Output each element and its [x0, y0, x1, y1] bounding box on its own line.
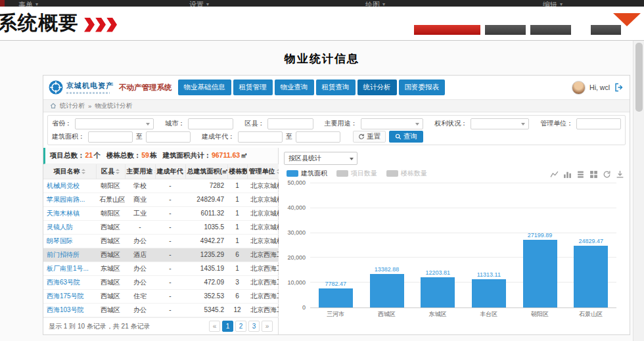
nav-tab[interactable]: 物业基础信息	[178, 80, 231, 95]
filter-row-1: 省份： 城市： 区县： 主要用途： 权利状况： 管理单位：	[52, 117, 621, 130]
table-row[interactable]: 机械局党校朝阳区学校-72821北京京城机	[43, 179, 279, 193]
query-button[interactable]: 查询	[389, 131, 423, 143]
legend-label: 建筑面积	[301, 169, 327, 178]
table-row[interactable]: 板厂南里1号...东城区办公-1435.191北京西海工	[43, 261, 279, 275]
project-link[interactable]: 机械局党校	[47, 182, 80, 189]
table-row[interactable]: 西海63号院西城区办公-472.093北京西海工	[43, 275, 279, 289]
city-input[interactable]	[188, 118, 233, 129]
reset-button[interactable]: 重置	[353, 131, 386, 143]
y-axis: 010,00020,00030,00040,00050,000	[284, 183, 310, 308]
project-link[interactable]: 西海103号院	[47, 306, 84, 313]
table-row[interactable]: 西海175号院西城区住宅-352.536北京西海工	[43, 289, 279, 303]
bar[interactable]	[370, 274, 404, 307]
toolbar-corner-accent	[0, 0, 5, 7]
project-link[interactable]: 天海木林镇	[47, 210, 80, 217]
table-row[interactable]: 天海木林镇朝阳区工业-6011.321北京京城机	[43, 206, 279, 220]
column-header[interactable]: 楼栋数	[227, 164, 247, 179]
download-icon[interactable]	[616, 170, 624, 178]
group-by-select[interactable]: 按区县统计	[284, 152, 357, 165]
logout-icon[interactable]	[614, 82, 624, 93]
page-scrollbar[interactable]	[633, 41, 644, 341]
column-label: 主要用途	[127, 168, 153, 175]
y-tick-label: 50,000	[287, 179, 306, 186]
column-header[interactable]: 区县	[96, 164, 125, 179]
column-header[interactable]: 项目名称	[43, 164, 96, 179]
line-chart-icon[interactable]	[550, 170, 559, 178]
area-label: 建筑面积：	[52, 132, 85, 141]
user-area: Hi, wcl	[572, 81, 624, 95]
pager-page[interactable]: 3	[248, 321, 260, 332]
toolbar-menu[interactable]: 设置▾	[189, 0, 209, 7]
home-icon[interactable]	[50, 102, 57, 109]
bar[interactable]	[523, 240, 557, 307]
area-min-input[interactable]	[88, 131, 133, 143]
avatar[interactable]	[572, 81, 586, 95]
project-link[interactable]: 朗琴国际	[47, 237, 73, 244]
summary-bar: 项目总数：21个 楼栋总数：59栋 建筑面积共计：96711.63㎡	[43, 148, 278, 164]
table-wrap: 项目名称区县主要用途建成年代总建筑面积(㎡)楼栋数管理单位 机械局党校朝阳区学校…	[43, 164, 278, 317]
table-row[interactable]: 灵镜人防西城区--1035.51北京京城机	[43, 220, 279, 234]
stack-icon[interactable]	[576, 170, 585, 178]
bar-chart: 010,00020,00030,00040,00050,000 7782.471…	[284, 183, 624, 308]
project-link[interactable]: 前门招待所	[47, 251, 80, 258]
province-select[interactable]	[75, 118, 154, 129]
pager-page[interactable]: 2	[235, 321, 246, 332]
column-header[interactable]: 管理单位	[247, 164, 279, 179]
column-label: 总建筑面积(㎡)	[187, 168, 228, 175]
column-header[interactable]: 建成年代	[155, 164, 185, 179]
legend-item[interactable]: 项目数量	[336, 169, 377, 178]
district-label: 区县：	[244, 119, 264, 128]
legend-item[interactable]: 楼栋数量	[386, 169, 427, 178]
top-toolbar: 事单▾设置▾绘图▾编辑▾	[0, 0, 644, 7]
toolbar-menu[interactable]: 事单▾	[18, 0, 38, 7]
nav-tab[interactable]: 租赁查询	[316, 80, 356, 95]
legend-item[interactable]: 建筑面积	[287, 169, 327, 178]
column-header[interactable]: 总建筑面积(㎡)	[185, 164, 227, 179]
bar-chart-icon[interactable]	[563, 170, 572, 178]
nav-tab[interactable]: 租赁管理	[233, 80, 273, 95]
year-min-input[interactable]	[238, 131, 283, 143]
mgmt-unit-input[interactable]	[576, 118, 621, 129]
nav-tab[interactable]: 统计分析	[357, 80, 397, 95]
bar-value-label: 7782.47	[304, 281, 368, 287]
table-row[interactable]: 前门招待所西城区酒店-1235.296北京西海工	[43, 248, 279, 261]
project-link[interactable]: 灵镜人防	[47, 223, 73, 231]
tiled-icon[interactable]	[589, 170, 598, 178]
restore-icon[interactable]	[603, 170, 611, 178]
toolbar-menu[interactable]: 绘图▾	[365, 0, 385, 7]
nav-tabs: 物业基础信息租赁管理物业查询租赁查询统计分析国资委报表	[178, 80, 446, 95]
banner: 系统概要	[0, 7, 644, 41]
district-input[interactable]	[267, 118, 313, 129]
rights-select[interactable]	[471, 118, 529, 129]
pager-next[interactable]: »	[262, 321, 273, 332]
bar[interactable]	[319, 288, 353, 307]
pager: «123»	[209, 321, 273, 332]
x-axis-label: 西城区	[361, 308, 413, 319]
toolbar-menu-label: 绘图	[365, 0, 380, 7]
year-max-input[interactable]	[296, 131, 340, 143]
banner-triangle-icon	[613, 13, 641, 26]
bar[interactable]	[472, 279, 506, 307]
toolbar-menu[interactable]: 编辑▾	[543, 0, 563, 7]
project-link[interactable]: 苹果园南路...	[47, 196, 85, 203]
nav-tab[interactable]: 国资委报表	[399, 80, 446, 95]
column-header[interactable]: 主要用途	[125, 164, 155, 179]
table-row[interactable]: 朗琴国际西城区办公-4942.271北京京城机	[43, 234, 279, 248]
table-row[interactable]: 苹果园南路...石景山区商业-24829.471北京京城机	[43, 193, 279, 206]
main-use-select[interactable]	[361, 118, 424, 129]
bar-slot: 7782.47	[310, 183, 361, 307]
bar[interactable]	[421, 277, 455, 307]
project-link[interactable]: 板厂南里1号...	[47, 265, 89, 272]
project-link[interactable]: 西海175号院	[47, 292, 84, 300]
mgmt-unit-label: 管理单位：	[540, 119, 573, 128]
bar[interactable]	[574, 246, 608, 307]
breadcrumb-section[interactable]: 统计分析	[60, 102, 85, 110]
pager-prev[interactable]: «	[209, 321, 220, 332]
legend-label: 楼栋数量	[401, 169, 427, 178]
scrollbar-thumb[interactable]	[635, 43, 643, 112]
area-max-input[interactable]	[146, 131, 191, 143]
nav-tab[interactable]: 物业查询	[275, 80, 314, 95]
pager-page[interactable]: 1	[222, 321, 233, 332]
table-row[interactable]: 西海103号院西城区办公-5345.212北京西海工	[43, 303, 279, 317]
project-link[interactable]: 西海63号院	[47, 279, 80, 286]
